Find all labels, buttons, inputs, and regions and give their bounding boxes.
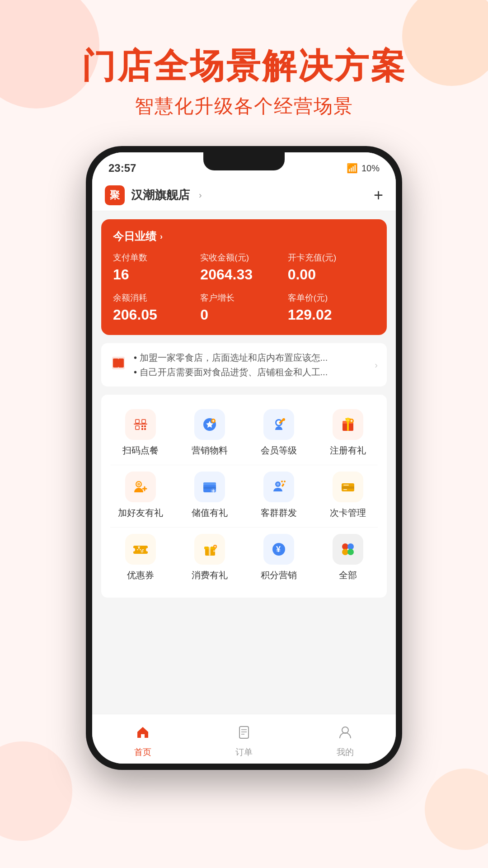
store-chevron-icon: › — [199, 190, 202, 200]
phone-mockup: 23:57 📶 10% 聚 汉潮旗舰店 › + — [86, 146, 402, 770]
stats-value-revenue: 2064.33 — [200, 266, 287, 283]
stats-item-avg: 客单价(元) 129.02 — [288, 292, 375, 323]
func-marketing[interactable]: 营销物料 — [175, 403, 244, 465]
function-grid-3: ¥ 券 优惠券 — [106, 528, 382, 590]
app-logo-icon: 聚 — [105, 185, 125, 205]
stats-item-payment: 支付单数 16 — [113, 252, 200, 283]
page-subtitle: 智慧化升级各个经营场景 — [0, 94, 488, 119]
nav-orders[interactable]: 订单 — [193, 714, 295, 764]
svg-text:¥: ¥ — [276, 545, 281, 554]
store-name: 汉潮旗舰店 — [131, 187, 190, 203]
news-book-icon — [110, 355, 127, 375]
all-icon — [333, 534, 363, 565]
card-manage-icon — [333, 472, 363, 502]
battery-status: 10% — [361, 163, 380, 174]
svg-point-52 — [347, 543, 354, 550]
news-line-2: 自己开店需要面对食品进货、店铺租金和人工... — [134, 365, 367, 379]
svg-rect-35 — [343, 489, 347, 490]
svg-point-31 — [281, 481, 283, 482]
svg-text:券: 券 — [141, 550, 144, 553]
add-friend-label: 加好友有礼 — [118, 507, 163, 519]
stats-label-payment: 支付单数 — [113, 252, 200, 264]
svg-rect-27 — [203, 482, 216, 485]
coupon-icon: ¥ 券 — [125, 534, 156, 565]
func-coupon[interactable]: ¥ 券 优惠券 — [106, 528, 175, 590]
nav-home[interactable]: 首页 — [92, 714, 193, 764]
svg-rect-4 — [141, 425, 143, 427]
home-icon — [135, 725, 150, 744]
stats-label-recharge: 开卡充值(元) — [288, 252, 375, 264]
stats-value-avg: 129.02 — [288, 307, 375, 323]
svg-rect-47 — [213, 550, 215, 552]
order-icon — [236, 725, 252, 744]
svg-rect-36 — [343, 485, 349, 486]
stats-chevron-icon: › — [160, 232, 163, 241]
bg-decoration-bottom-right — [425, 769, 488, 850]
svg-point-16 — [282, 418, 285, 421]
screen-content: 聚 汉潮旗舰店 › + 今日业绩 › — [92, 179, 396, 764]
stats-card[interactable]: 今日业绩 › 支付单数 16 实收金额(元) 2064.33 — [101, 219, 387, 335]
svg-point-53 — [342, 549, 348, 555]
func-register-gift[interactable]: 注册有礼 — [313, 403, 382, 465]
main-scroll: 今日业绩 › 支付单数 16 实收金额(元) 2064.33 — [92, 211, 396, 745]
svg-point-54 — [347, 549, 354, 555]
add-friend-icon — [125, 472, 156, 502]
func-all[interactable]: 全部 — [313, 528, 382, 590]
stats-value-payment: 16 — [113, 266, 200, 283]
marketing-label: 营销物料 — [192, 444, 228, 457]
group-send-icon — [263, 472, 294, 502]
svg-rect-10 — [142, 420, 145, 423]
nav-orders-label: 订单 — [235, 746, 253, 758]
register-gift-icon — [333, 409, 363, 440]
svg-rect-7 — [144, 428, 146, 430]
stats-item-customers: 客户增长 0 — [200, 292, 287, 323]
func-points[interactable]: ¥ 积分营销 — [244, 528, 313, 590]
stats-title: 今日业绩 › — [113, 229, 375, 244]
app-logo-area[interactable]: 聚 汉潮旗舰店 › — [105, 185, 202, 205]
nav-profile[interactable]: 我的 — [295, 714, 396, 764]
function-grid-2: 加好友有礼 — [106, 465, 382, 527]
stats-value-recharge: 0.00 — [288, 266, 375, 283]
signal-icon: 📶 — [347, 163, 358, 174]
page-header: 门店全场景解决方案 智慧化升级各个经营场景 — [0, 0, 488, 119]
stats-grid: 支付单数 16 实收金额(元) 2064.33 开卡充值(元) 0.00 — [113, 252, 375, 323]
page-title: 门店全场景解决方案 — [0, 45, 488, 86]
add-button[interactable]: + — [374, 186, 383, 205]
consume-gift-icon — [194, 534, 225, 565]
stats-label-revenue: 实收金额(元) — [200, 252, 287, 264]
stats-label-avg: 客单价(元) — [288, 292, 375, 304]
news-line-1: 加盟一家零食店，店面选址和店内布置应该怎... — [134, 350, 367, 365]
phone-container: 23:57 📶 10% 聚 汉潮旗舰店 › + — [0, 146, 488, 770]
func-group-send[interactable]: 客群群发 — [244, 465, 313, 527]
stats-item-revenue: 实收金额(元) 2064.33 — [200, 252, 287, 283]
function-grid: 扫码点餐 — [106, 403, 382, 465]
scan-order-label: 扫码点餐 — [122, 444, 159, 457]
store-value-icon — [194, 472, 225, 502]
func-card-manage[interactable]: 次卡管理 — [313, 465, 382, 527]
bottom-nav: 首页 订单 — [92, 714, 396, 764]
func-scan-order[interactable]: 扫码点餐 — [106, 403, 175, 465]
points-label: 积分营销 — [261, 569, 297, 581]
svg-rect-6 — [141, 428, 143, 430]
func-consume-gift[interactable]: 消费有礼 — [175, 528, 244, 590]
svg-point-32 — [284, 481, 286, 482]
svg-rect-11 — [136, 426, 139, 429]
svg-point-38 — [131, 548, 135, 552]
svg-text:¥: ¥ — [138, 545, 140, 550]
svg-point-39 — [146, 548, 150, 552]
func-member-rank[interactable]: 会员等级 — [244, 403, 313, 465]
stats-value-customers: 0 — [200, 307, 287, 323]
stats-item-recharge: 开卡充值(元) 0.00 — [288, 252, 375, 283]
card-manage-label: 次卡管理 — [330, 507, 366, 519]
func-add-friend[interactable]: 加好友有礼 — [106, 465, 175, 527]
func-store-value[interactable]: 储值有礼 — [175, 465, 244, 527]
stats-value-balance: 206.05 — [113, 307, 200, 323]
coupon-label: 优惠券 — [127, 569, 154, 581]
consume-gift-label: 消费有礼 — [192, 569, 228, 581]
news-banner[interactable]: 加盟一家零食店，店面选址和店内布置应该怎... 自己开店需要面对食品进货、店铺租… — [101, 343, 387, 387]
stats-label-balance: 余额消耗 — [113, 292, 200, 304]
app-header: 聚 汉潮旗舰店 › + — [92, 179, 396, 211]
stats-label-customers: 客户增长 — [200, 292, 287, 304]
status-time: 23:57 — [108, 162, 136, 175]
group-send-label: 客群群发 — [261, 507, 297, 519]
